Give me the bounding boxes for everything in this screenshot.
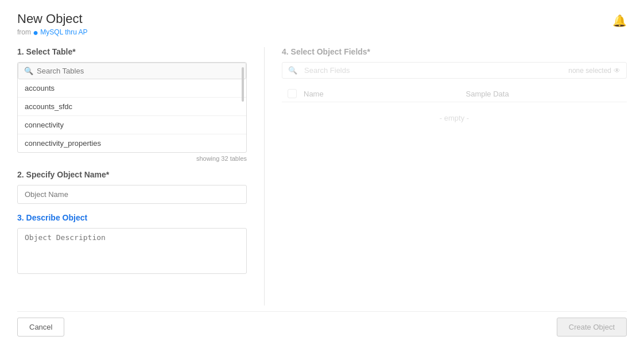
bell-icon[interactable]: 🔔 bbox=[612, 14, 627, 28]
connection-name: MySQL thru AP bbox=[40, 28, 87, 36]
list-item[interactable]: accounts_sfdc bbox=[18, 98, 246, 116]
scrollbar-indicator[interactable] bbox=[242, 67, 244, 102]
subtitle-from: from bbox=[17, 28, 31, 36]
fields-search-icon: 🔍 bbox=[288, 66, 297, 75]
left-panel: 1. Select Table* 🔍 accounts accounts_sfd… bbox=[17, 47, 247, 306]
fields-search-placeholder: Search Fields bbox=[304, 66, 350, 75]
list-item[interactable]: connectivity_properties bbox=[18, 134, 246, 152]
table-list: accounts accounts_sfdc connectivity conn… bbox=[18, 79, 246, 152]
fields-search-left: 🔍 Search Fields bbox=[288, 66, 350, 75]
search-icon: 🔍 bbox=[24, 67, 33, 75]
col-name-header: Name bbox=[304, 90, 459, 98]
col-sample-header: Sample Data bbox=[466, 90, 622, 98]
search-tables-input[interactable] bbox=[37, 67, 240, 75]
content-area: 1. Select Table* 🔍 accounts accounts_sfd… bbox=[17, 47, 627, 306]
describe-label: 3. Describe Object bbox=[17, 213, 247, 222]
select-all-checkbox[interactable] bbox=[288, 89, 297, 98]
none-selected: none selected 👁 bbox=[568, 67, 620, 75]
search-tables-box[interactable]: 🔍 bbox=[18, 63, 246, 79]
footer: Cancel Create Object bbox=[17, 311, 627, 337]
connection-dot: ● bbox=[33, 28, 38, 37]
right-panel: 4. Select Object Fields* 🔍 Search Fields… bbox=[282, 47, 627, 306]
object-description-textarea[interactable] bbox=[17, 228, 247, 274]
select-table-label: 1. Select Table* bbox=[17, 47, 247, 56]
subtitle: from ● MySQL thru AP bbox=[17, 28, 88, 38]
page-title: New Object bbox=[17, 11, 88, 26]
list-item[interactable]: accounts bbox=[18, 79, 246, 98]
eye-icon: 👁 bbox=[614, 67, 620, 75]
specify-name-label: 2. Specify Object Name* bbox=[17, 170, 247, 179]
empty-row: - empty - bbox=[282, 102, 627, 134]
title-area: New Object from ● MySQL thru AP bbox=[17, 11, 88, 38]
list-item[interactable]: connectivity bbox=[18, 116, 246, 134]
create-button[interactable]: Create Object bbox=[557, 318, 627, 337]
select-fields-label: 4. Select Object Fields* bbox=[282, 47, 627, 56]
fields-search-row: 🔍 Search Fields none selected 👁 bbox=[282, 62, 627, 79]
cancel-button[interactable]: Cancel bbox=[17, 318, 64, 337]
table-list-container: 🔍 accounts accounts_sfdc connectivity co… bbox=[17, 62, 247, 153]
showing-count: showing 32 tables bbox=[17, 155, 247, 162]
new-object-page: New Object from ● MySQL thru AP 🔔 1. Sel… bbox=[0, 0, 644, 348]
fields-table-header: Name Sample Data bbox=[282, 86, 627, 102]
header: New Object from ● MySQL thru AP 🔔 bbox=[17, 11, 627, 38]
panel-divider bbox=[264, 47, 265, 306]
none-selected-text: none selected bbox=[568, 67, 611, 75]
object-name-input[interactable] bbox=[17, 185, 247, 204]
